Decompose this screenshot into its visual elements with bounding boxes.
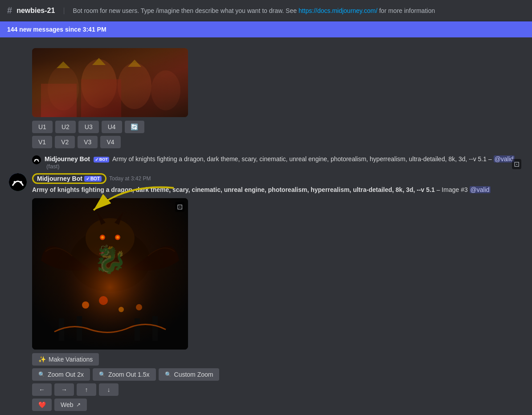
image-open-external-icon[interactable]: ⊡ (175, 202, 184, 212)
refresh-icon: 🔄 (131, 123, 138, 130)
bot-badge: ✓ BOT (84, 176, 102, 182)
v4-button[interactable]: V4 (100, 136, 120, 148)
fast-tag: (fast) (46, 163, 60, 170)
v1-button[interactable]: V1 (32, 136, 52, 148)
sparkles-icon: ✨ (38, 356, 46, 363)
svg-point-12 (35, 159, 36, 161)
checkmark-icon: ✓ (95, 157, 98, 162)
channel-header: # newbies-21 | Bot room for new users. T… (0, 0, 532, 21)
heart-button[interactable]: ❤️ (32, 399, 52, 411)
zoom-out-15x-button[interactable]: 🔍 Zoom Out 1.5x (93, 368, 156, 381)
svg-rect-30 (152, 316, 158, 341)
svg-point-16 (20, 181, 22, 183)
arrow-right-button[interactable]: → (54, 383, 74, 396)
kings-image (32, 48, 188, 117)
channel-name: newbies-21 (16, 7, 55, 15)
svg-point-32 (119, 307, 124, 312)
svg-point-31 (82, 301, 89, 309)
open-image-icon[interactable]: ⊡ (512, 159, 521, 169)
zoom-out-15x-icon: 🔍 (99, 371, 106, 378)
make-variations-button[interactable]: ✨ Make Variations (32, 353, 99, 366)
up-arrow-icon: ↑ (85, 386, 88, 393)
make-variations-row: ✨ Make Variations (32, 353, 255, 366)
kings-image-content (32, 48, 188, 117)
mention-valid[interactable]: @valid (470, 186, 491, 193)
svg-rect-28 (77, 316, 82, 341)
zoom-buttons-row: 🔍 Zoom Out 2x 🔍 Zoom Out 1.5x 🔍 Custom Z… (32, 368, 255, 381)
mention-valid-inline[interactable]: @valid (494, 155, 515, 163)
web-button[interactable]: Web ↗ (54, 399, 87, 411)
svg-point-13 (37, 159, 39, 161)
external-link-icon: ↗ (76, 402, 81, 408)
inline-message-text: Army of knights fighting a dragon, dark … (112, 155, 494, 163)
svg-point-34 (136, 304, 142, 310)
refresh-button[interactable]: 🔄 (125, 121, 144, 133)
u-buttons-row: U1 U2 U3 U4 🔄 (32, 121, 255, 133)
new-messages-banner[interactable]: 144 new messages since 3:41 PM (0, 21, 532, 37)
dragon-image-content (32, 198, 188, 350)
svg-point-15 (14, 181, 16, 183)
inline-message-1: Midjourney Bot ✓ BOT Army of knights fig… (32, 155, 525, 170)
message-block-2: Midjourney Bot ✓ BOT Today at 3:42 PM Ar… (32, 173, 525, 411)
channel-description: Bot room for new users. Type /imagine th… (73, 7, 435, 14)
zoom-out-2x-icon: 🔍 (38, 371, 45, 378)
custom-zoom-icon: 🔍 (165, 371, 172, 378)
bot-username: Midjourney Bot (37, 175, 82, 182)
arrow-down-button[interactable]: ↓ (99, 383, 119, 396)
svg-point-33 (99, 296, 108, 305)
bot-badge-inline: ✓ BOT (94, 157, 109, 163)
highlighted-bot-name: Midjourney Bot ✓ BOT (32, 173, 106, 184)
arrow-buttons-row: ← → ↑ ↓ (32, 383, 255, 396)
message-block-1: U1 U2 U3 U4 🔄 V1 V2 V3 V4 (32, 45, 525, 148)
midjourney-avatar (9, 173, 27, 191)
v-buttons-row: V1 V2 V3 V4 (32, 136, 255, 148)
message-content-2: Army of knights fighting a dragon, dark … (32, 186, 525, 195)
image-number: – Image #3 (437, 186, 470, 193)
inline-message-content: Midjourney Bot ✓ BOT Army of knights fig… (45, 155, 525, 170)
dragon-image: ⊡ (32, 198, 188, 350)
docs-link[interactable]: https://docs.midjourney.com/ (299, 7, 377, 14)
u2-button[interactable]: U2 (55, 121, 76, 133)
u3-button[interactable]: U3 (78, 121, 99, 133)
message-header-2: Midjourney Bot ✓ BOT Today at 3:42 PM (32, 173, 525, 184)
v3-button[interactable]: V3 (78, 136, 98, 148)
inline-avatar (32, 155, 41, 164)
arrow-left-button[interactable]: ← (32, 383, 52, 396)
message-text-main: Army of knights fighting a dragon, dark … (32, 186, 435, 193)
svg-rect-10 (32, 48, 188, 117)
down-arrow-icon: ↓ (107, 386, 110, 393)
svg-point-14 (9, 173, 27, 191)
messages-area: U1 U2 U3 U4 🔄 V1 V2 V3 V4 (0, 37, 532, 415)
zoom-out-2x-button[interactable]: 🔍 Zoom Out 2x (32, 368, 90, 381)
dragon-image-wrapper: ⊡ ✨ Make Variations 🔍 Zoom Out 2x 🔍 Zoom… (32, 198, 525, 411)
hash-icon: # (7, 5, 12, 16)
u4-button[interactable]: U4 (102, 121, 122, 133)
heart-web-row: ❤️ Web ↗ (32, 399, 255, 411)
left-arrow-icon: ← (39, 386, 45, 393)
u1-button[interactable]: U1 (32, 121, 53, 133)
inline-username: Midjourney Bot (45, 155, 90, 163)
message-timestamp: Today at 3:42 PM (109, 175, 151, 182)
arrow-up-button[interactable]: ↑ (77, 383, 96, 396)
svg-rect-29 (135, 318, 140, 341)
avatar-image (9, 173, 27, 191)
custom-zoom-button[interactable]: 🔍 Custom Zoom (159, 368, 220, 381)
header-divider: | (63, 7, 65, 15)
checkmark-icon-2: ✓ (86, 176, 90, 181)
kings-image-wrapper: U1 U2 U3 U4 🔄 V1 V2 V3 V4 (32, 48, 525, 148)
v2-button[interactable]: V2 (55, 136, 75, 148)
heart-icon: ❤️ (38, 401, 46, 408)
right-arrow-icon: → (61, 386, 67, 393)
